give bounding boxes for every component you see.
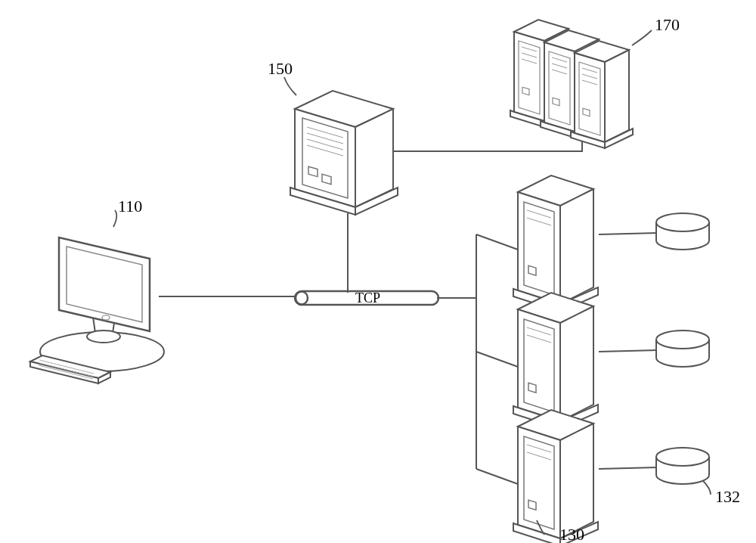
label-110: 110 (118, 197, 142, 216)
label-tcp: TCP (355, 290, 380, 306)
label-132: 132 (715, 487, 740, 506)
label-texts: 110 150 170 130 132 TCP (118, 15, 740, 543)
svg-point-9 (296, 292, 308, 305)
server-right-3 (513, 410, 709, 543)
label-150: 150 (268, 59, 293, 78)
server-right-2 (513, 293, 709, 429)
server-150 (290, 91, 398, 215)
server-right-1 (513, 175, 709, 312)
network-diagram: 110 150 170 130 132 TCP (0, 0, 756, 543)
server-cluster-170 (510, 20, 633, 148)
client-workstation (30, 237, 164, 383)
label-170: 170 (655, 15, 680, 34)
label-130: 130 (559, 525, 584, 543)
